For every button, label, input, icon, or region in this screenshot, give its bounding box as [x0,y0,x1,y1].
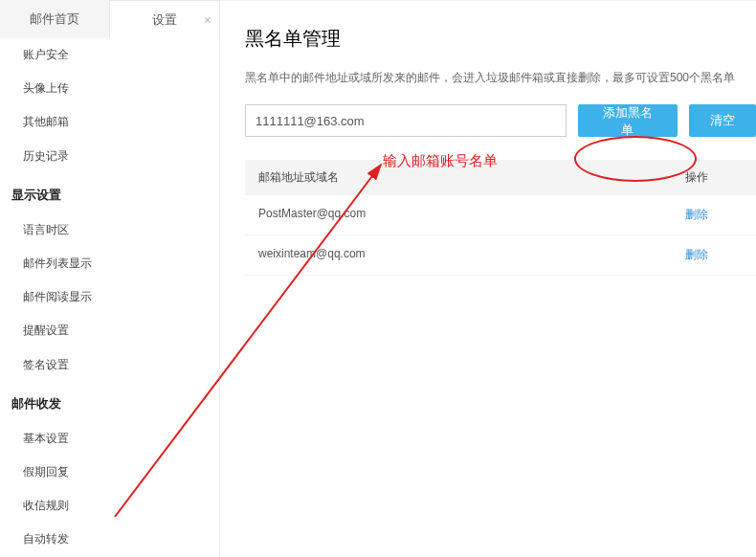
tab-settings[interactable]: 设置 × [109,0,220,38]
close-icon[interactable]: × [204,12,211,28]
page-description: 黑名单中的邮件地址或域所发来的邮件，会进入垃圾邮件箱或直接删除，最多可设置500… [245,69,756,87]
sidebar-item-reminder[interactable]: 提醒设置 [0,314,219,347]
cell-email: PostMaster@qq.com [258,207,685,223]
sidebar-item-receive-rules[interactable]: 收信规则 [0,489,219,523]
sidebar-group-mail-io: 邮件收发 [0,382,219,422]
table-header: 邮箱地址或域名 操作 [245,160,756,195]
sidebar-item-history[interactable]: 历史记录 [0,140,219,173]
sidebar-nav: 账户安全 头像上传 其他邮箱 历史记录 显示设置 语言时区 邮件列表显示 邮件阅… [0,38,220,557]
clear-button[interactable]: 清空 [689,104,756,137]
table-row: weixinteam@qq.com 删除 [245,235,756,276]
sidebar-item-other-mail[interactable]: 其他邮箱 [0,105,219,139]
sidebar-item-language[interactable]: 语言时区 [0,213,219,247]
sidebar-item-account-security[interactable]: 账户安全 [0,38,219,72]
sidebar-item-signature[interactable]: 签名设置 [0,348,219,382]
delete-link[interactable]: 删除 [685,208,708,221]
tab-label: 设置 [152,11,177,29]
sidebar-group-display: 显示设置 [0,173,219,213]
tab-label: 邮件首页 [30,11,79,28]
sidebar-item-list-display[interactable]: 邮件列表显示 [0,247,219,280]
column-email: 邮箱地址或域名 [258,169,685,186]
table-row: PostMaster@qq.com 删除 [245,195,756,235]
sidebar-item-read-display[interactable]: 邮件阅读显示 [0,280,219,314]
sidebar-item-basic[interactable]: 基本设置 [0,422,219,456]
sidebar-item-auto-forward[interactable]: 自动转发 [0,523,219,556]
add-blacklist-button[interactable]: 添加黑名单 [578,104,678,137]
column-action: 操作 [685,169,743,186]
sidebar-item-avatar-upload[interactable]: 头像上传 [0,72,219,105]
blacklist-email-input[interactable] [245,104,567,137]
cell-email: weixinteam@qq.com [258,247,685,263]
delete-link[interactable]: 删除 [685,248,708,261]
sidebar-item-vacation[interactable]: 假期回复 [0,456,219,489]
tab-bar: 邮件首页 设置 × [0,0,220,38]
page-title: 黑名单管理 [245,26,756,52]
main-content: 黑名单管理 黑名单中的邮件地址或域所发来的邮件，会进入垃圾邮件箱或直接删除，最多… [220,0,756,557]
tab-mail-home[interactable]: 邮件首页 [0,0,109,38]
